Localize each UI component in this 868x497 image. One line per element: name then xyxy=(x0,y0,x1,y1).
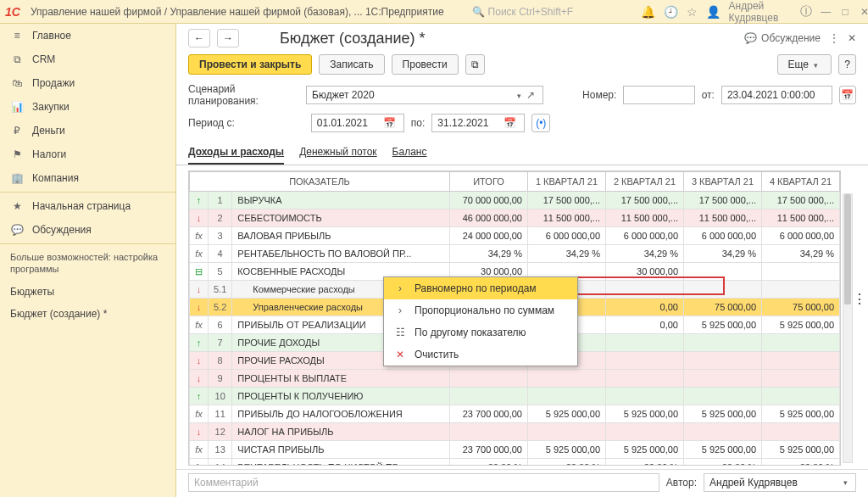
cell-value[interactable] xyxy=(606,388,684,405)
cell-value[interactable]: 0,00 xyxy=(606,316,684,334)
col-header[interactable]: 1 КВАРТАЛ 21 xyxy=(528,172,606,192)
cell-value[interactable]: 11 500 000,... xyxy=(528,209,606,227)
cell-value[interactable]: 5 925 000,00 xyxy=(684,405,762,423)
sidebar-item-4[interactable]: ₽Деньги xyxy=(0,119,175,142)
cell-value[interactable]: 5 925 000,00 xyxy=(684,441,762,459)
cell-value[interactable]: 5 925 000,00 xyxy=(528,405,606,423)
cell-value[interactable]: 33,86 % xyxy=(684,459,762,466)
user-name[interactable]: Андрей Кудрявцев xyxy=(729,0,792,24)
cell-value[interactable] xyxy=(684,423,762,441)
sidebar-item-3[interactable]: 📊Закупки xyxy=(0,95,175,119)
table-row[interactable]: ↓9ПРОЦЕНТЫ К ВЫПЛАТЕ xyxy=(190,370,840,388)
period-from-input[interactable]: 01.01.2021📅 xyxy=(311,114,404,132)
doc-date-input[interactable]: 23.04.2021 0:00:00 xyxy=(721,86,832,104)
help-button[interactable]: ? xyxy=(838,54,856,75)
bell-icon[interactable]: 🔔 xyxy=(641,5,655,19)
overflow-menu-icon[interactable]: ⋮ xyxy=(853,297,866,302)
cell-value[interactable] xyxy=(684,352,762,370)
cell-value[interactable]: 6 000 000,00 xyxy=(606,227,684,245)
cell-value[interactable]: 17 500 000,... xyxy=(684,192,762,209)
global-search[interactable]: 🔍 Поиск Ctrl+Shift+F xyxy=(466,3,636,20)
cell-value[interactable]: 17 500 000,... xyxy=(528,192,606,209)
cell-value[interactable]: 6 000 000,00 xyxy=(684,227,762,245)
cell-value[interactable]: 11 500 000,... xyxy=(762,209,840,227)
cell-value[interactable]: 34,29 % xyxy=(762,245,840,263)
sidebar-link-2[interactable]: Бюджет (создание) * xyxy=(0,303,175,325)
calendar-icon[interactable]: 📅 xyxy=(381,117,398,129)
cell-value[interactable] xyxy=(762,352,840,370)
cell-value[interactable]: 24 000 000,00 xyxy=(450,227,528,245)
cell-value[interactable] xyxy=(606,370,684,388)
table-row[interactable]: ↑1ВЫРУЧКА70 000 000,0017 500 000,...17 5… xyxy=(190,192,840,209)
vertical-scrollbar[interactable] xyxy=(843,193,853,463)
cell-value[interactable]: 23 700 000,00 xyxy=(450,405,528,423)
table-row[interactable]: fx4РЕНТАБЕЛЬНОСТЬ ПО ВАЛОВОЙ ПР...34,29 … xyxy=(190,245,840,263)
cell-value[interactable]: 11 500 000,... xyxy=(606,209,684,227)
cell-value[interactable] xyxy=(606,423,684,441)
cell-value[interactable]: 6 000 000,00 xyxy=(762,227,840,245)
cell-value[interactable]: 70 000 000,00 xyxy=(450,192,528,209)
nav-back-button[interactable]: ← xyxy=(188,29,210,47)
table-row[interactable]: fx14РЕНТАБЕЛЬНОСТЬ ПО ЧИСТОЙ ПР...33,86 … xyxy=(190,459,840,466)
calendar-icon[interactable]: 📅 xyxy=(501,117,519,129)
history-icon[interactable]: 🕘 xyxy=(664,5,678,19)
cell-value[interactable] xyxy=(606,281,684,299)
col-header[interactable]: ПОКАЗАТЕЛЬ xyxy=(190,172,450,192)
table-row[interactable]: ↓12НАЛОГ НА ПРИБЫЛЬ xyxy=(190,423,840,441)
close-window-button[interactable]: ✕ xyxy=(859,4,868,20)
col-header[interactable]: 4 КВАРТАЛ 21 xyxy=(762,172,840,192)
cell-value[interactable]: 30 000,00 xyxy=(606,263,684,281)
close-doc-button[interactable]: ✕ xyxy=(848,32,856,44)
nav-forward-button[interactable]: → xyxy=(217,29,239,47)
context-menu-item-1[interactable]: ›Пропорционально по суммам xyxy=(384,299,577,321)
cell-value[interactable] xyxy=(762,370,840,388)
cell-value[interactable]: 75 000,00 xyxy=(762,299,840,316)
cell-value[interactable]: 17 500 000,... xyxy=(762,192,840,209)
save-button[interactable]: Записать xyxy=(319,54,384,75)
cell-value[interactable] xyxy=(606,352,684,370)
cell-value[interactable]: 33,86 % xyxy=(528,459,606,466)
cell-value[interactable]: 5 925 000,00 xyxy=(528,441,606,459)
cell-value[interactable] xyxy=(684,388,762,405)
cell-value[interactable] xyxy=(450,370,528,388)
cell-value[interactable] xyxy=(684,334,762,352)
cell-value[interactable]: 5 925 000,00 xyxy=(762,441,840,459)
cell-value[interactable] xyxy=(684,281,762,299)
cell-value[interactable] xyxy=(528,370,606,388)
post-and-close-button[interactable]: Провести и закрыть xyxy=(188,54,312,75)
minimize-button[interactable]: — xyxy=(821,4,832,20)
cell-value[interactable]: 0,00 xyxy=(606,299,684,316)
cell-value[interactable] xyxy=(684,370,762,388)
sidebar-item-2[interactable]: 🛍Продажи xyxy=(0,71,175,95)
comment-input[interactable]: Комментарий xyxy=(188,473,659,492)
tab-income-expense[interactable]: Доходы и расходы xyxy=(188,142,284,165)
cell-value[interactable] xyxy=(606,334,684,352)
sidebar-link-0[interactable]: Больше возможностей: настройка программы xyxy=(0,246,175,281)
star-icon[interactable]: ☆ xyxy=(687,5,698,19)
cell-value[interactable] xyxy=(528,388,606,405)
cell-value[interactable]: 23 700 000,00 xyxy=(450,441,528,459)
col-header[interactable]: ИТОГО xyxy=(450,172,528,192)
refresh-button[interactable]: (•) xyxy=(531,114,550,132)
sidebar-item-5[interactable]: ⚑Налоги xyxy=(0,142,175,166)
cell-value[interactable]: 34,29 % xyxy=(450,245,528,263)
cell-value[interactable] xyxy=(528,423,606,441)
chevron-down-icon[interactable]: ▾ xyxy=(515,92,524,100)
user-menu-icon[interactable]: Ⓘ xyxy=(800,4,812,20)
table-row[interactable]: fx11ПРИБЫЛЬ ДО НАЛОГООБЛОЖЕНИЯ23 700 000… xyxy=(190,405,840,423)
number-input[interactable] xyxy=(623,86,694,104)
cell-value[interactable] xyxy=(762,334,840,352)
col-header[interactable]: 3 КВАРТАЛ 21 xyxy=(684,172,762,192)
cell-value[interactable]: 17 500 000,... xyxy=(606,192,684,209)
cell-value[interactable]: 11 500 000,... xyxy=(684,209,762,227)
cell-value[interactable]: 34,29 % xyxy=(684,245,762,263)
table-row[interactable]: ↓2СЕБЕСТОИМОСТЬ46 000 000,0011 500 000,.… xyxy=(190,209,840,227)
cell-value[interactable]: 46 000 000,00 xyxy=(450,209,528,227)
tab-balance[interactable]: Баланс xyxy=(392,142,427,165)
cell-value[interactable]: 5 925 000,00 xyxy=(606,441,684,459)
cell-value[interactable]: 75 000,00 xyxy=(684,299,762,316)
table-row[interactable]: fx13ЧИСТАЯ ПРИБЫЛЬ23 700 000,005 925 000… xyxy=(190,441,840,459)
cell-value[interactable]: 34,29 % xyxy=(606,245,684,263)
table-row[interactable]: fx3ВАЛОВАЯ ПРИБЫЛЬ24 000 000,006 000 000… xyxy=(190,227,840,245)
period-to-input[interactable]: 31.12.2021📅 xyxy=(431,114,525,132)
